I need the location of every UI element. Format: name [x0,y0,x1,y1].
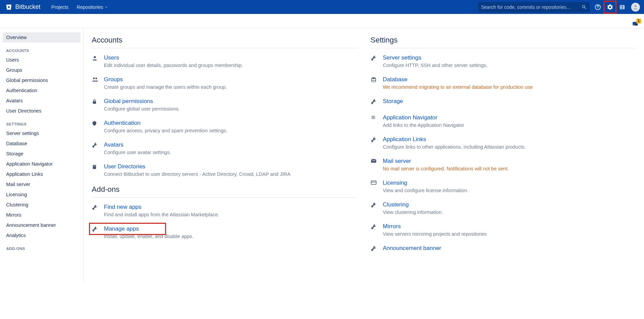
entry-user-directories: User DirectoriesConnect Bitbucket to use… [92,163,357,177]
sidebar-item-application-navigator[interactable]: Application Navigator [3,159,80,169]
chevron-down-icon [104,5,108,9]
entry-title-link[interactable]: Application Navigator [383,114,437,121]
inbox-button[interactable] [616,1,628,13]
sidebar-item-application-links[interactable]: Application Links [3,169,80,179]
help-icon [594,4,601,11]
entry-body: Find new appsFind and install apps from … [104,204,219,217]
entry-title-link[interactable]: Groups [104,76,123,83]
svg-rect-11 [93,166,95,166]
entry-title-link[interactable]: Global permissions [104,98,153,105]
sidebar-item-authentication[interactable]: Authentication [3,85,80,96]
entry-body: Announcement banner [383,245,441,253]
entry-body: Application LinksConfigure links to othe… [383,136,526,150]
sidebar-item-analytics[interactable]: Analytics [3,230,80,240]
sidebar-item-label: Application Navigator [6,161,53,167]
entry-desc: Connect Bitbucket to user directory serv… [104,171,290,177]
sidebar-item-storage[interactable]: Storage [3,149,80,159]
entry-title-link[interactable]: Server settings [383,54,421,61]
entry-title-link[interactable]: Mail server [383,158,411,165]
sidebar-item-clustering[interactable]: Clustering [3,200,80,210]
card-icon [371,180,377,193]
entry-desc: Configure HTTP, SSH and other server set… [383,63,487,68]
entry-title-link[interactable]: Clustering [383,201,409,208]
entry-storage: Storage [371,98,636,106]
entry-title-link[interactable]: Announcement banner [383,245,441,252]
sidebar-item-label: Avatars [6,98,23,103]
entry-desc: Find and install apps from the Atlassian… [104,212,219,217]
sidebar-item-server-settings[interactable]: Server settings [3,128,80,138]
entry-desc: Edit individual user details, passwords … [104,63,243,68]
accounts-column: Accounts UsersEdit individual user detai… [92,36,357,261]
entry-title-link[interactable]: Licensing [383,180,407,186]
sidebar-item-licensing[interactable]: Licensing [3,189,80,200]
entry-title-link[interactable]: Authentication [104,120,141,127]
sidebar-item-users[interactable]: Users [3,55,80,65]
entry-title-link[interactable]: Manage apps [104,225,139,232]
sidebar-item-global-permissions[interactable]: Global permissions [3,75,80,85]
sidebar-item-label: User Directories [6,108,41,114]
svg-point-1 [597,8,598,9]
settings-column: Settings Server settingsConfigure HTTP, … [371,36,636,261]
shield-icon [92,120,99,133]
svg-point-7 [93,78,95,79]
sidebar-item-avatars[interactable]: Avatars [3,96,80,106]
sidebar-item-label: Users [6,57,19,63]
search-box[interactable] [478,2,590,12]
svg-rect-14 [372,117,375,117]
settings-gear-button[interactable] [604,1,616,13]
entry-title-link[interactable]: Find new apps [104,204,142,211]
sidebar-item-mail-server[interactable]: Mail server [3,179,80,189]
svg-rect-10 [93,165,96,169]
entry-title-link[interactable]: Storage [383,98,403,105]
entry-title-link[interactable]: Mirrors [383,223,401,230]
sidebar-item-groups[interactable]: Groups [3,65,80,75]
entry-body: Storage [383,98,403,106]
entry-mirrors: MirrorsView servers mirroring projects a… [371,223,636,237]
entry-title-link[interactable]: Database [383,76,408,83]
entry-title-link[interactable]: User Directories [104,163,145,170]
svg-rect-9 [93,101,96,104]
wrench-icon [92,141,99,155]
book-icon [92,163,99,177]
nav-links: Projects Repositories [48,2,112,13]
entry-body: LicensingView and configure license info… [383,180,468,193]
sidebar-item-label: Server settings [6,131,39,136]
help-button[interactable] [592,1,604,13]
entry-desc: Configure access, privacy and spam preve… [104,128,228,133]
svg-point-6 [94,56,96,58]
wrench-icon [371,98,377,106]
search-input[interactable] [481,4,582,10]
sidebar-section-addons: Add-ons [3,240,80,253]
entry-title-link[interactable]: Users [104,54,119,61]
brand[interactable]: Bitbucket [5,3,43,11]
sidebar-item-label: Clustering [6,202,28,207]
nav-repositories[interactable]: Repositories [73,2,112,13]
entry-title-link[interactable]: Application Links [383,136,426,143]
entry-application-navigator: Application NavigatorAdd links to the Ap… [371,114,636,128]
entry-desc: View clustering information. [383,209,443,215]
entry-licensing: LicensingView and configure license info… [371,180,636,193]
profile-button[interactable] [629,1,640,13]
entry-groups: GroupsCreate groups and manage the users… [92,76,357,90]
sidebar-item-user-directories[interactable]: User Directories [3,106,80,116]
sidebar-item-mirrors[interactable]: Mirrors [3,210,80,220]
gear-icon [607,4,613,11]
entry-title-link[interactable]: Avatars [104,141,123,148]
avatar [631,3,640,12]
entry-desc: Add links to the Application Navigator [383,122,464,128]
nav-projects[interactable]: Projects [48,2,72,13]
feedback-button[interactable]: 1 [632,21,639,28]
sidebar-item-overview[interactable]: Overview [3,32,80,43]
entry-body: GroupsCreate groups and manage the users… [104,76,227,90]
entry-body: Server settingsConfigure HTTP, SSH and o… [383,54,487,68]
sidebar-item-database[interactable]: Database [3,138,80,149]
feedback-count: 1 [636,19,641,23]
content: Accounts UsersEdit individual user detai… [84,28,644,282]
sidebar-item-announcement-banner[interactable]: Announcement banner [3,220,80,230]
wrench-icon [371,245,377,253]
sidebar: Overview Accounts UsersGroupsGlobal perm… [0,28,84,282]
sidebar-item-label: Mirrors [6,212,21,218]
nav-repositories-label: Repositories [77,4,103,10]
wrench-icon [371,54,377,68]
entry-desc: Configure global user permissions. [104,106,180,112]
